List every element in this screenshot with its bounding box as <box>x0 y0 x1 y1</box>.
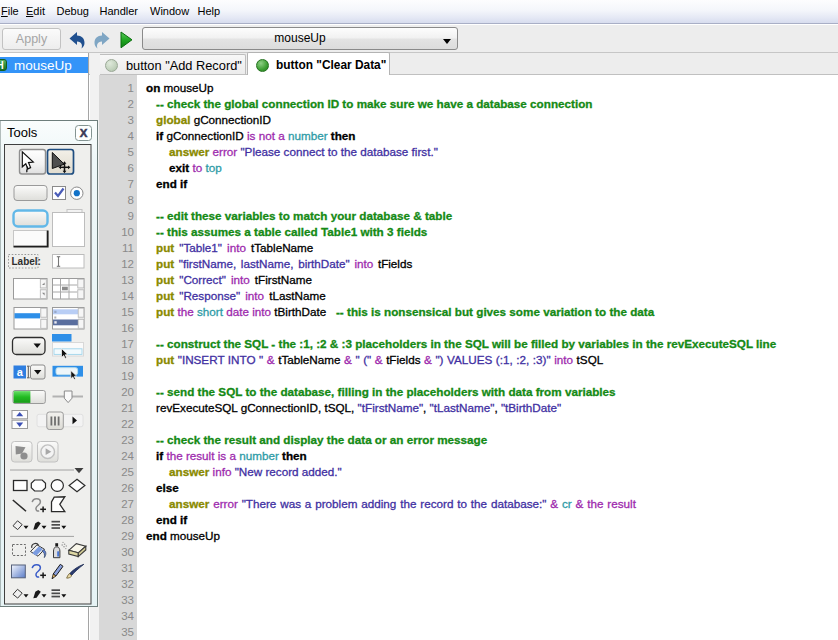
svg-text:X: X <box>80 127 88 139</box>
svg-text:Tools: Tools <box>7 125 38 140</box>
svg-text:Label:: Label: <box>12 256 41 267</box>
svg-text:a: a <box>17 366 24 378</box>
